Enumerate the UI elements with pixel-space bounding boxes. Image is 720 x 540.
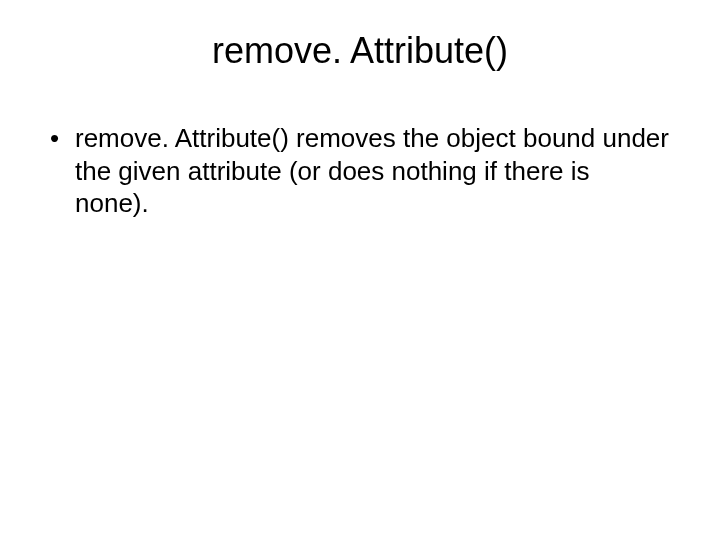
bullet-list: remove. Attribute() removes the object b…	[30, 122, 690, 220]
bullet-item: remove. Attribute() removes the object b…	[50, 122, 670, 220]
slide-title: remove. Attribute()	[30, 30, 690, 72]
